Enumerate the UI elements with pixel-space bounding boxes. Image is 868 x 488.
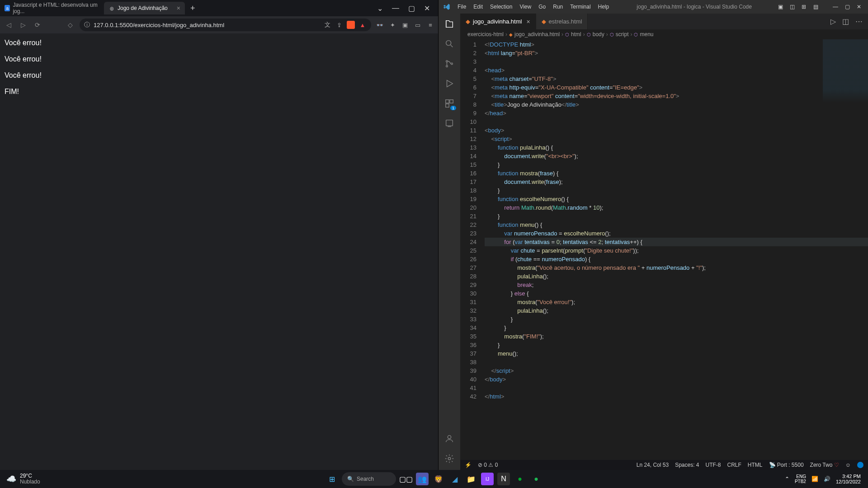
breadcrumb-item[interactable]: jogo_adivinha.html <box>514 31 560 38</box>
extensions-icon[interactable]: 1 <box>443 98 455 109</box>
clock[interactable]: 3:42 PM 12/10/2022 <box>836 474 861 484</box>
chevron-down-icon[interactable]: ⌄ <box>377 4 383 13</box>
weather-widget[interactable]: ☁️ 29°C Nublado <box>0 473 40 485</box>
taskbar-search[interactable]: 🔍 Search <box>342 472 396 486</box>
share-icon[interactable]: ⇪ <box>335 22 343 28</box>
teams-icon[interactable]: 👥 <box>416 473 429 485</box>
spotify-icon[interactable]: ● <box>530 473 542 485</box>
problems-indicator[interactable]: ⊘ 0 ⚠ 0 <box>478 462 498 468</box>
accounts-icon[interactable] <box>443 433 455 445</box>
layout-icon[interactable]: ▤ <box>811 4 820 10</box>
task-view-icon[interactable]: ▢▢ <box>400 473 412 485</box>
close-icon[interactable]: × <box>177 5 180 12</box>
brave-shield-icon[interactable] <box>347 21 355 29</box>
remote-icon[interactable] <box>443 117 455 129</box>
menu-edit[interactable]: Edit <box>470 4 486 10</box>
close-icon[interactable]: ✕ <box>854 4 863 10</box>
minimap[interactable] <box>823 39 868 103</box>
notifications-icon[interactable] <box>857 462 863 468</box>
source-control-icon[interactable] <box>443 58 455 70</box>
status-spaces[interactable]: Spaces: 4 <box>675 462 699 468</box>
intellij-icon[interactable]: IJ <box>481 473 494 485</box>
vscode-titlebar: File Edit Selection View Go Run Terminal… <box>439 0 868 14</box>
search-icon[interactable] <box>443 38 455 50</box>
maximize-icon[interactable]: ▢ <box>408 4 415 13</box>
explorer-icon[interactable]: 📁 <box>465 473 477 485</box>
breadcrumb-item[interactable]: menu <box>640 31 653 38</box>
menu-icon[interactable]: ≡ <box>426 22 434 28</box>
remote-indicator[interactable]: ⚡ <box>465 462 472 468</box>
more-icon[interactable]: ⋯ <box>855 17 863 26</box>
layout-icon[interactable]: ◫ <box>788 4 797 10</box>
start-button[interactable]: ⊞ <box>326 473 338 485</box>
status-lang[interactable]: HTML <box>748 462 763 468</box>
menu-file[interactable]: File <box>454 4 470 10</box>
translate-icon[interactable]: 文 <box>323 21 331 29</box>
weather-icon: ☁️ <box>6 474 16 484</box>
tab-filename: jogo_adivinha.html <box>473 18 522 25</box>
reload-button[interactable]: ⟳ <box>33 20 42 30</box>
activity-bar: 1 <box>439 14 460 470</box>
settings-gear-icon[interactable] <box>443 453 455 465</box>
notion-icon[interactable]: N <box>497 473 510 485</box>
status-eol[interactable]: CRLF <box>727 462 741 468</box>
run-debug-icon[interactable] <box>443 78 455 89</box>
run-icon[interactable]: ▷ <box>830 17 836 26</box>
url-bar[interactable]: ⓘ 127.0.0.1:5500/exercicios-html/jogo_ad… <box>80 19 371 31</box>
vscode-icon[interactable]: ◢ <box>448 473 461 485</box>
evernote-icon[interactable]: ● <box>514 473 526 485</box>
volume-icon[interactable]: 🔊 <box>824 476 830 482</box>
menu-run[interactable]: Run <box>549 4 566 10</box>
close-icon[interactable]: × <box>526 18 530 25</box>
tray-chevron-icon[interactable]: ⌃ <box>785 476 789 482</box>
browser-tab-inactive[interactable]: a Javascript e HTML: desenvolva um jog..… <box>0 2 104 14</box>
sidebar-icon[interactable]: ▣ <box>401 22 409 28</box>
split-icon[interactable]: ◫ <box>842 17 849 26</box>
extensions-icon[interactable]: ✦ <box>388 22 396 28</box>
layout-icon[interactable]: ▣ <box>776 4 785 10</box>
minimize-icon[interactable]: — <box>831 4 840 10</box>
menu-help[interactable]: Help <box>594 4 613 10</box>
extensions-badge: 1 <box>450 106 456 110</box>
page-text: Você errou! <box>5 71 434 80</box>
minimize-icon[interactable]: — <box>392 4 399 13</box>
brave-rewards-icon[interactable]: ▲ <box>359 22 367 28</box>
breadcrumb-item[interactable]: body <box>593 31 604 38</box>
brave-icon[interactable]: 🦁 <box>432 473 445 485</box>
menu-go[interactable]: Go <box>535 4 549 10</box>
menu-view[interactable]: View <box>516 4 535 10</box>
svg-point-3 <box>451 63 453 65</box>
forward-button[interactable]: ▷ <box>18 20 28 30</box>
extension-icon[interactable]: 👓 <box>376 22 384 28</box>
back-button[interactable]: ◁ <box>4 20 14 30</box>
svg-rect-4 <box>446 100 449 103</box>
breadcrumb-item[interactable]: html <box>571 31 581 38</box>
explorer-icon[interactable] <box>443 18 455 30</box>
status-theme[interactable]: Zero Two ♡ <box>810 462 839 468</box>
status-liveserver[interactable]: 📡 Port : 5500 <box>769 462 804 468</box>
status-cursor[interactable]: Ln 24, Col 53 <box>637 462 669 468</box>
layout-icon[interactable]: ⊞ <box>799 4 808 10</box>
browser-tab-active[interactable]: ◎ Jogo de Adivinhação × <box>104 2 185 14</box>
language-indicator[interactable]: ENG PTB2 <box>795 474 806 484</box>
bookmark-icon[interactable]: ◇ <box>65 20 75 30</box>
breadcrumbs[interactable]: exercicios-html› ◆jogo_adivinha.html› ⬡h… <box>460 29 868 39</box>
feedback-icon[interactable]: ☺ <box>845 462 851 468</box>
menu-selection[interactable]: Selection <box>486 4 516 10</box>
editor-tab[interactable]: ◆ estrelas.html <box>536 14 588 29</box>
maximize-icon[interactable]: ▢ <box>843 4 852 10</box>
breadcrumb-item[interactable]: script <box>616 31 629 38</box>
breadcrumb-item[interactable]: exercicios-html <box>467 31 504 38</box>
browser-window-controls: ⌄ — ▢ ✕ <box>369 4 438 13</box>
new-tab-button[interactable]: + <box>185 4 201 13</box>
close-icon[interactable]: ✕ <box>424 4 430 13</box>
info-icon[interactable]: ⓘ <box>84 21 90 29</box>
menu-terminal[interactable]: Terminal <box>566 4 594 10</box>
wallet-icon[interactable]: ▭ <box>414 22 422 28</box>
editor-content[interactable]: 1234567891011121314151617181920212223242… <box>460 39 868 460</box>
status-encoding[interactable]: UTF-8 <box>706 462 721 468</box>
code-text[interactable]: <!DOCTYPE html><html lang="pt-BR"> <head… <box>485 39 868 460</box>
editor-tab-active[interactable]: ◆ jogo_adivinha.html × <box>460 14 536 29</box>
svg-rect-7 <box>446 120 453 126</box>
wifi-icon[interactable]: 📶 <box>811 476 818 482</box>
